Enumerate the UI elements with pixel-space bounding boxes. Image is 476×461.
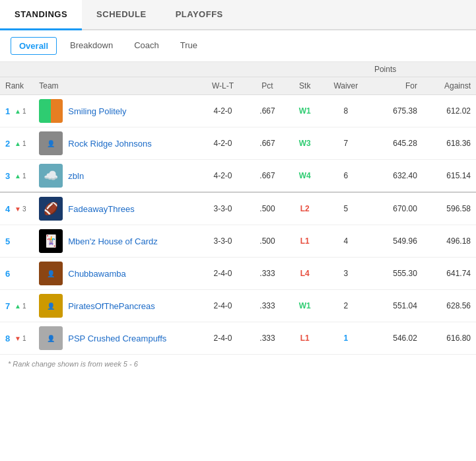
top-navigation: STANDINGS SCHEDULE PLAYOFFS <box>0 0 476 30</box>
team-cell: 🏈 FadeawayThrees <box>39 197 192 221</box>
trend-number: 1 <box>22 172 26 180</box>
pct-value: .500 <box>248 225 287 258</box>
points-for-value: 632.40 <box>369 160 423 193</box>
team-logo: 🃏 <box>39 229 63 253</box>
standings-table: Points Rank Team W-L-T Pct Stk Waiver Fo… <box>0 62 476 355</box>
pct-value: .333 <box>248 322 287 355</box>
col-label-against: Against <box>423 77 476 95</box>
points-for-value: 546.02 <box>369 322 423 355</box>
wlt-value: 2-4-0 <box>198 258 248 290</box>
waiver-value: 6 <box>323 160 369 193</box>
pct-value: .667 <box>248 95 287 127</box>
points-against-value: 615.14 <box>423 160 476 193</box>
wlt-value: 4-2-0 <box>198 95 248 127</box>
footnote: * Rank change shown is from week 5 - 6 <box>0 355 476 373</box>
points-for-value: 670.00 <box>369 192 423 225</box>
points-against-value: 612.02 <box>423 95 476 127</box>
points-for-value: 675.38 <box>369 95 423 127</box>
team-name[interactable]: Mben'z House of Cardz <box>68 236 157 246</box>
trend-number: 1 <box>22 335 26 342</box>
team-cell: 🃏 Mben'z House of Cardz <box>39 229 192 253</box>
rank-number: 8 <box>5 334 13 343</box>
points-for-value: 549.96 <box>369 225 423 258</box>
team-logo: ☁️ <box>39 164 63 188</box>
col-label-pct: Pct <box>248 77 287 95</box>
rank-number: 7 <box>5 301 13 311</box>
nav-standings[interactable]: STANDINGS <box>0 0 82 30</box>
team-logo: 🏈 <box>39 197 63 221</box>
rank-number: 4 <box>5 204 13 214</box>
table-row: 7▲1 👤 PiratesOfThePancreas 2-4-0.333W125… <box>0 290 476 322</box>
points-against-value: 616.80 <box>423 322 476 355</box>
points-for-value: 645.28 <box>369 127 423 160</box>
table-row: 5 🃏 Mben'z House of Cardz 3-3-0.500L1454… <box>0 225 476 258</box>
rank-number: 5 <box>5 236 13 246</box>
col-header-rank <box>0 62 34 77</box>
col-header-waiver <box>323 62 369 77</box>
points-against-value: 496.18 <box>423 225 476 258</box>
col-header-stk <box>287 62 323 77</box>
trend-number: 3 <box>22 205 26 213</box>
subnav-true[interactable]: True <box>172 37 205 55</box>
points-for-value: 555.30 <box>369 258 423 290</box>
team-logo: 👤 <box>39 262 63 285</box>
team-name[interactable]: PiratesOfThePancreas <box>68 301 155 311</box>
trend-number: 1 <box>22 108 26 115</box>
nav-schedule[interactable]: SCHEDULE <box>82 0 161 29</box>
trend-down-icon: ▼ <box>15 335 21 342</box>
team-cell: ☁️ zbln <box>39 164 192 188</box>
points-against-value: 596.58 <box>423 192 476 225</box>
waiver-value: 1 <box>323 322 369 355</box>
team-cell: 👤 PiratesOfThePancreas <box>39 294 192 318</box>
waiver-value: 7 <box>323 127 369 160</box>
points-against-value: 641.74 <box>423 258 476 290</box>
col-label-waiver: Waiver <box>323 77 369 95</box>
points-against-value: 628.56 <box>423 290 476 322</box>
nav-playoffs[interactable]: PLAYOFFS <box>161 0 238 29</box>
points-against-value: 618.36 <box>423 127 476 160</box>
team-cell: Smiling Politely <box>39 99 192 123</box>
col-label-team: Team <box>34 77 197 95</box>
team-name[interactable]: FadeawayThrees <box>68 204 134 214</box>
subnav-breakdown[interactable]: Breakdown <box>62 37 121 55</box>
team-logo: 👤 <box>39 294 63 318</box>
team-name[interactable]: zbln <box>68 171 84 181</box>
waiver-value: 4 <box>323 225 369 258</box>
rank-number: 1 <box>5 106 13 116</box>
table-row: 8▼1 👤 PSP Crushed Creampuffs 2-4-0.333L1… <box>0 322 476 355</box>
streak-value: W4 <box>287 160 323 193</box>
team-name[interactable]: Chubbawamba <box>68 269 125 279</box>
team-cell: 👤 Rock Ridge Johnsons <box>39 131 192 155</box>
subnav-overall[interactable]: Overall <box>11 37 57 55</box>
team-cell: 👤 PSP Crushed Creampuffs <box>39 326 192 350</box>
rank-number: 2 <box>5 139 13 149</box>
wlt-value: 2-4-0 <box>198 290 248 322</box>
waiver-value: 2 <box>323 290 369 322</box>
streak-value: W1 <box>287 290 323 322</box>
streak-value: W1 <box>287 95 323 127</box>
pct-value: .333 <box>248 258 287 290</box>
team-name[interactable]: PSP Crushed Creampuffs <box>68 334 166 343</box>
team-logo: 👤 <box>39 131 63 155</box>
col-header-pct <box>248 62 287 77</box>
wlt-value: 3-3-0 <box>198 192 248 225</box>
waiver-value: 8 <box>323 95 369 127</box>
rank-number: 6 <box>5 269 13 279</box>
team-logo: 👤 <box>39 326 63 350</box>
team-name[interactable]: Smiling Politely <box>68 106 126 116</box>
trend-up-icon: ▲ <box>15 140 21 147</box>
table-row: 1▲1 Smiling Politely 4-2-0.667W18675.386… <box>0 95 476 127</box>
rank-number: 3 <box>5 171 13 181</box>
waiver-value: 3 <box>323 258 369 290</box>
sub-navigation: Overall Breakdown Coach True <box>0 30 476 62</box>
wlt-value: 4-2-0 <box>198 160 248 193</box>
pct-value: .333 <box>248 290 287 322</box>
subnav-coach[interactable]: Coach <box>126 37 167 55</box>
pct-value: .667 <box>248 160 287 193</box>
wlt-value: 3-3-0 <box>198 225 248 258</box>
trend-up-icon: ▲ <box>15 172 21 180</box>
team-name[interactable]: Rock Ridge Johnsons <box>68 139 151 149</box>
streak-value: L1 <box>287 322 323 355</box>
points-for-value: 551.04 <box>369 290 423 322</box>
table-row: 4▼3 🏈 FadeawayThrees 3-3-0.500L25670.005… <box>0 192 476 225</box>
